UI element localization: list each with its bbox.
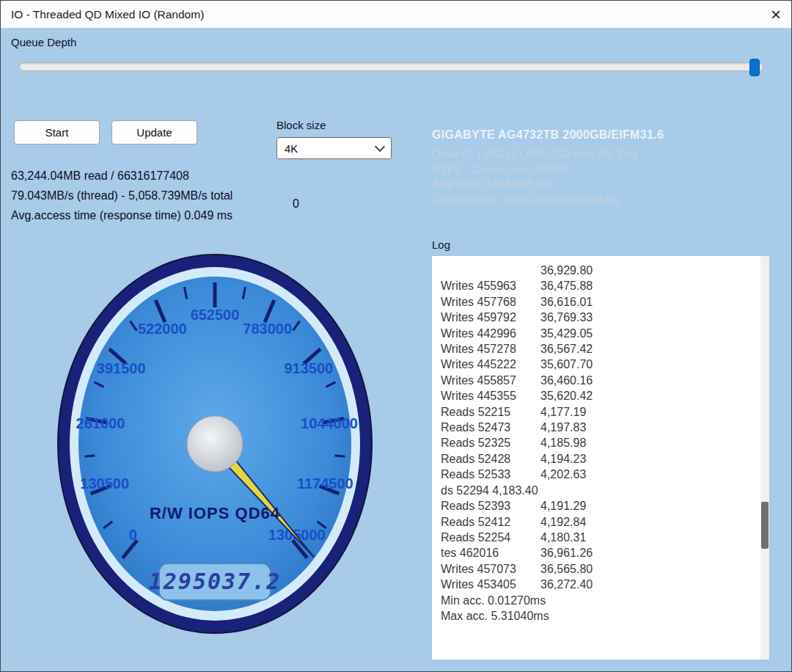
log-rows: 36,929.80Writes 45596336,475.88Writes 45… xyxy=(441,263,759,624)
log-row[interactable]: Writes 45776836,616.01 xyxy=(441,294,759,310)
update-button[interactable]: Update xyxy=(111,120,197,145)
drive-detail-alignment: Alignment 16384KB OK xyxy=(432,177,664,192)
queue-depth-slider[interactable] xyxy=(19,62,763,71)
log-row[interactable]: Reads 524734,197.83 xyxy=(441,420,759,435)
log-scrollbar-thumb[interactable] xyxy=(761,502,769,549)
counter-value: 0 xyxy=(293,197,299,211)
log-row[interactable]: Reads 525334,202.63 xyxy=(441,467,759,482)
svg-text:522000: 522000 xyxy=(138,321,187,337)
log-row[interactable]: Writes 45596336,475.88 xyxy=(441,278,759,293)
log-row[interactable]: 36,929.80 xyxy=(441,263,759,278)
svg-text:1174500: 1174500 xyxy=(297,475,353,492)
block-size-dropdown[interactable]: 4K xyxy=(276,137,392,159)
stat-access-time: Avg.access time (response time) 0.049 ms xyxy=(11,205,232,225)
svg-text:652500: 652500 xyxy=(191,307,240,323)
queue-depth-label: Queue Depth xyxy=(11,36,76,48)
log-listbox[interactable]: 36,929.80Writes 45596336,475.88Writes 45… xyxy=(432,256,769,660)
log-row[interactable]: Reads 522154,177.19 xyxy=(441,404,759,420)
block-size-label: Block size xyxy=(276,119,326,131)
log-row[interactable]: Reads 522544,180.31 xyxy=(441,530,759,545)
log-row[interactable]: ds 52294 4,183.40 xyxy=(441,483,759,498)
benchmark-stats: 63,244.04MB read / 66316177408 79.043MB/… xyxy=(11,166,232,225)
drive-info: GIGABYTE AG4732TB 2000GB/EIFM31.6 Drive … xyxy=(432,128,664,207)
drive-detail-compression: Compression 100% (Incompressible) xyxy=(432,192,664,208)
log-row[interactable]: tes 46201636,961.26 xyxy=(441,545,759,560)
svg-text:261000: 261000 xyxy=(76,415,125,431)
svg-text:913500: 913500 xyxy=(284,360,333,376)
svg-text:130500: 130500 xyxy=(80,475,129,492)
log-row[interactable]: Reads 523934,191.29 xyxy=(441,498,759,514)
log-row[interactable]: Min acc. 0.01270ms xyxy=(441,593,759,608)
drive-detail-free: Drive E: 1,863.0/1,856.6GB free (99.7%) xyxy=(432,147,664,162)
close-icon[interactable]: × xyxy=(771,6,781,23)
stat-throughput: 79.043MB/s (thread) - 5,058.739MB/s tota… xyxy=(11,186,232,205)
log-row[interactable]: Reads 524284,194.23 xyxy=(441,451,759,467)
log-row[interactable]: Writes 44299635,429.05 xyxy=(441,326,759,341)
log-scrollbar[interactable] xyxy=(760,256,769,660)
iops-gauge-svg: 0130500261000391500522000652500783000913… xyxy=(54,252,376,640)
main-content: Queue Depth Start Update Block size 4K 6… xyxy=(1,28,791,671)
app-window: IO - Threaded QD Mixed IO (Random) × Que… xyxy=(0,0,792,672)
log-row[interactable]: Reads 524124,192.84 xyxy=(441,514,759,530)
svg-text:783000: 783000 xyxy=(243,321,292,337)
drive-detail-fs: NTFS - Cluster size 4096B xyxy=(432,162,664,178)
titlebar: IO - Threaded QD Mixed IO (Random) × xyxy=(1,1,791,28)
log-row[interactable]: Writes 45340536,272.40 xyxy=(441,577,759,592)
svg-text:0: 0 xyxy=(129,527,137,543)
block-size-value: 4K xyxy=(285,142,298,155)
log-row[interactable]: Writes 44535535,620.42 xyxy=(441,388,759,403)
log-row[interactable]: Writes 45707336,565.80 xyxy=(441,561,759,577)
log-row[interactable]: Writes 45979236,769.33 xyxy=(441,310,759,325)
log-row[interactable]: Writes 45585736,460.16 xyxy=(441,373,759,388)
log-row[interactable]: Writes 44522235,607.70 xyxy=(441,357,759,372)
log-row[interactable]: Max acc. 5.31040ms xyxy=(441,608,759,624)
start-button[interactable]: Start xyxy=(14,120,100,145)
iops-gauge: 0130500261000391500522000652500783000913… xyxy=(54,252,376,640)
svg-text:391500: 391500 xyxy=(97,360,146,376)
log-label: Log xyxy=(432,238,450,251)
window-title: IO - Threaded QD Mixed IO (Random) xyxy=(11,8,204,21)
chevron-down-icon xyxy=(375,142,385,152)
svg-text:1044000: 1044000 xyxy=(301,415,358,431)
drive-model: GIGABYTE AG4732TB 2000GB/EIFM31.6 xyxy=(432,128,664,142)
stat-read-total: 63,244.04MB read / 66316177408 xyxy=(11,166,232,186)
log-row[interactable]: Writes 45727836,567.42 xyxy=(441,341,759,357)
log-row[interactable]: Reads 523254,185.98 xyxy=(441,435,759,450)
svg-text:R/W IOPS QD64: R/W IOPS QD64 xyxy=(150,504,280,522)
svg-text:1295037.2: 1295037.2 xyxy=(149,569,282,594)
queue-depth-slider-thumb[interactable] xyxy=(749,59,760,76)
